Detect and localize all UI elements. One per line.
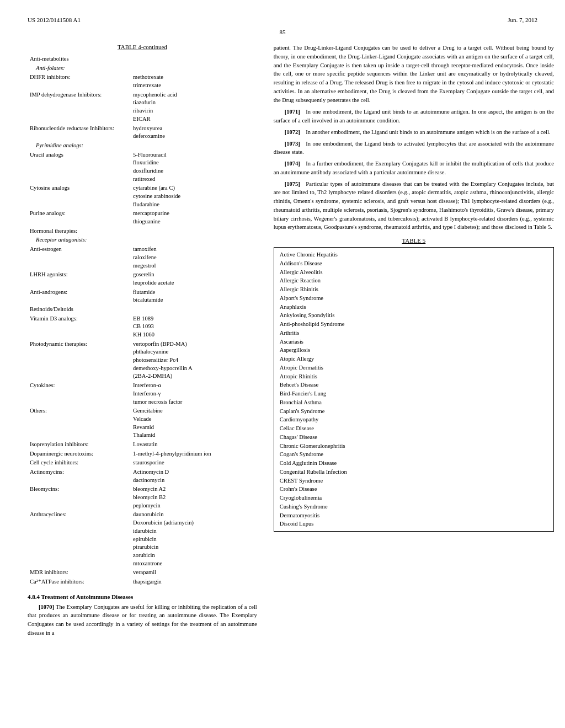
table-row: Retinoids/Deltoids [28,305,257,314]
table-value [131,141,257,151]
table-row: Isoprenylation inhibitors:Lovastatin [28,440,257,449]
list-item: Discoid Lupus [280,520,548,528]
table-value: EB 1089CB 1093KH 1060 [131,314,257,340]
table-category: Others: [28,406,131,440]
table-value: mercaptopurinethioguanine [131,209,257,226]
list-item: Bird-Fancier's Lung [280,389,548,398]
table-category: Anti-metabolites [28,55,131,64]
table-row: Anti-androgens:flutamidebicalutamide [28,288,257,305]
paragraphs-container: [1071] In one embodiment, the Ligand uni… [274,108,554,232]
table-category: Bleomycins: [28,485,131,510]
table-category: Isoprenylation inhibitors: [28,440,131,449]
paragraph-1070: [1070] The Exemplary Conjugates are usef… [28,603,257,638]
list-item: Allergic Reaction [280,276,548,285]
table-row: DHFR inhibitors:methotrexatetrimetrexate [28,73,257,90]
table4-continued: Anti-metabolitesAnti-folates:DHFR inhibi… [28,55,257,587]
table-row: IMP dehydrogenase Inhibitors:mycophenoli… [28,90,257,124]
table-value: methotrexatetrimetrexate [131,73,257,90]
list-item: Cryoglobulinemia [280,494,548,502]
list-item: Atropic Rhinitis [280,372,548,381]
table-row: Bleomycins:bleomycin A2bleomycin B2peplo… [28,485,257,510]
list-item: Allergic Rhinitis [280,285,548,294]
table-category: Ribonucleotide reductase Inhibitors: [28,124,131,141]
right-paragraph: [1073] In one embodiment, the Ligand bin… [274,140,554,157]
table-category: Purine analogs: [28,209,131,226]
list-item: Anti-phosholipid Syndrome [280,320,548,329]
table-value: cytarabine (ara C)cytosine arabinosidefl… [131,184,257,209]
paragraph-1070-text: The Exemplary Conjugates are useful for … [28,604,257,636]
table-category: Uracil analogs [28,151,131,184]
table-title: TABLE 4-continued [28,44,257,50]
table-value: daunorubicinDoxorubicin (adriamycin)idar… [131,510,257,568]
table-category: Hormonal therapies: [28,227,131,236]
table-row: Uracil analogs5-Fluorouracilfloxuridined… [28,151,257,184]
paragraph-number: [1075] [285,181,306,187]
table-value: hydroxyureadeferoxamine [131,124,257,141]
table-category: Pyrimidine analogs: [28,141,131,151]
list-item: Cold Agglutinin Disease [280,459,548,468]
table-category: DHFR inhibitors: [28,73,131,90]
list-item: Dermatomyositis [280,511,548,520]
table-value: 5-Fluorouracilfloxuridinedoxifluridinera… [131,151,257,184]
table-row: Anti-estrogentamoxifenraloxifenemegestro… [28,245,257,270]
paragraph-text: In one embodiment, the Ligand binds to a… [274,141,554,156]
list-item: Chronic Glomerulonephritis [280,442,548,451]
table-row: Dopaminergic neurotoxins:1-methyl-4-phen… [28,449,257,459]
table-value: GemcitabineVelcadeRevamidThalamid [131,406,257,440]
table-value [131,55,257,64]
table-value: vertoporfin (BPD-MA)phthalocyaninephotos… [131,340,257,381]
page-number: 85 [28,29,537,35]
table-category: Anti-estrogen [28,245,131,270]
table-value: verapamil [131,568,257,577]
paragraph-number: [1073] [285,141,306,147]
list-item: Anaphlaxis [280,303,548,312]
table-row: Pyrimidine analogs: [28,141,257,151]
paragraph-number: [1074] [285,160,306,167]
table-row: Anti-metabolites [28,55,257,64]
table-value: Lovastatin [131,440,257,449]
table5-items: Active Chronic HepatitisAddison's Diseas… [280,250,548,528]
table-row: Ca²⁺ATPase inhibitors:thapsigargin [28,577,257,587]
table5-container: Active Chronic HepatitisAddison's Diseas… [274,247,554,532]
table-value [131,235,257,245]
table-value: staurosporine [131,458,257,468]
paragraph-text: Particular types of autoimmune diseases … [274,181,554,231]
table-row: Cytosine analogscytarabine (ara C)cytosi… [28,184,257,209]
table-category: Actinomycins: [28,468,131,485]
list-item: Atropic Dermatitis [280,363,548,372]
right-paragraph: [1072] In another embodiment, the Ligand… [274,128,554,137]
table-category: Receptor antagonists: [28,235,131,245]
list-item: Caplan's Syndrome [280,407,548,416]
page-container: US 2012/0141508 A1 Jun. 7, 2012 85 TABLE… [0,0,565,728]
table-category: Anti-androgens: [28,288,131,305]
table-row: Actinomycins:Actinomycin Ddactinomycin [28,468,257,485]
table-row: Photodynamic therapies:vertoporfin (BPD-… [28,340,257,381]
table-category: Anthracyclines: [28,510,131,568]
patent-date: Jun. 7, 2012 [508,17,537,23]
paragraph-text: In a further embodiment, the Exemplary C… [274,160,554,175]
table-value: flutamidebicalutamide [131,288,257,305]
table-value [131,305,257,314]
list-item: Crohn's Disease [280,485,548,494]
table-value [131,64,257,73]
list-item: Ankylosing Spondylitis [280,311,548,320]
table-category: LHRH agonists: [28,270,131,287]
table-row: Purine analogs:mercaptopurinethioguanine [28,209,257,226]
list-item: Celiac Disease [280,424,548,433]
list-item: Behcet's Disease [280,381,548,389]
table-row: LHRH agonists:goserelinleuprolide acetat… [28,270,257,287]
paragraph-text: In another embodiment, the Ligand unit b… [306,129,550,135]
list-item: Arthritis [280,329,548,338]
table-category: Ca²⁺ATPase inhibitors: [28,577,131,587]
left-column: TABLE 4-continued Anti-metabolitesAnti-f… [28,44,257,640]
table-row: Receptor antagonists: [28,235,257,245]
paragraph-text: In one embodiment, the Ligand unit binds… [274,109,554,124]
table-value [131,227,257,236]
table-row: Vitamin D3 analogs:EB 1089CB 1093KH 1060 [28,314,257,340]
list-item: Congenital Rubella Infection [280,468,548,477]
right-paragraph: [1071] In one embodiment, the Ligand uni… [274,108,554,125]
table-value: Actinomycin Ddactinomycin [131,468,257,485]
table-category: Anti-folates: [28,64,131,73]
paragraph-number: [1071] [285,109,306,115]
table5-title: TABLE 5 [274,237,554,244]
